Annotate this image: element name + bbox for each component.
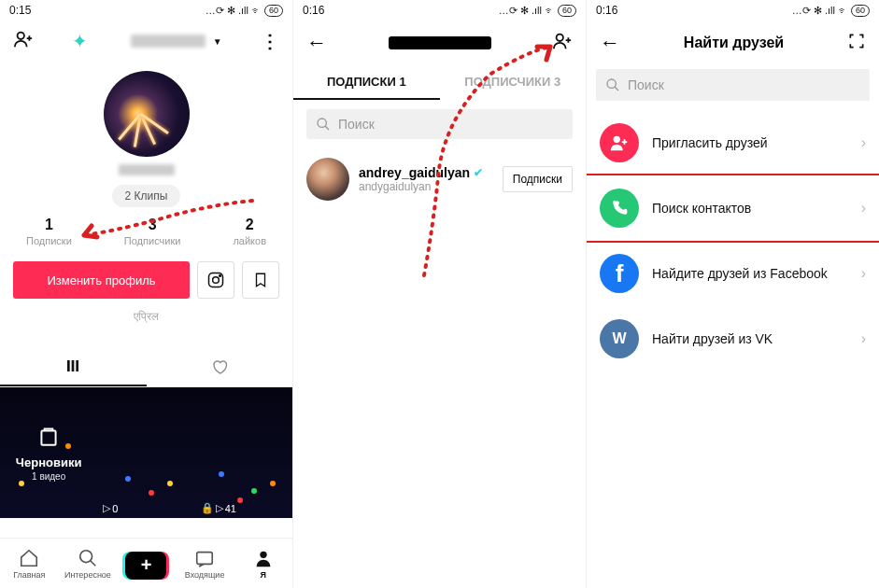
add-friend-icon[interactable] [13, 29, 34, 53]
stat-following[interactable]: 1 Подписки [26, 217, 72, 246]
nav-profile[interactable]: Я [234, 539, 292, 588]
back-icon[interactable]: ← [306, 31, 327, 55]
svg-point-3 [220, 275, 221, 277]
clips-badge[interactable]: 2 Клипы [112, 185, 181, 207]
video-cell-2[interactable]: 🔒▷41 [195, 387, 292, 518]
qr-scan-icon[interactable] [847, 32, 866, 54]
chevron-right-icon: › [861, 200, 866, 217]
user-avatar [306, 158, 349, 201]
tab-followers[interactable]: ПОДПИСЧИКИ 3 [440, 65, 587, 100]
search-icon [316, 117, 331, 132]
drafts-cell[interactable]: Черновики 1 видео [0, 387, 97, 518]
stat-likes[interactable]: 2 лайков [233, 217, 266, 246]
svg-point-10 [260, 551, 266, 557]
svg-rect-6 [77, 360, 79, 371]
verified-icon: ✔ [474, 166, 483, 179]
search-placeholder: Поиск [338, 117, 375, 132]
svg-point-12 [318, 119, 326, 127]
nav-inbox[interactable]: Входящие [176, 539, 234, 588]
bottom-nav: Главная Интересное + Входящие Я [0, 538, 292, 588]
svg-rect-9 [197, 552, 213, 564]
search-input[interactable]: Поиск [596, 69, 870, 101]
nav-home[interactable]: Главная [0, 539, 59, 588]
following-button[interactable]: Подписки [503, 166, 573, 192]
instagram-button[interactable] [197, 261, 234, 299]
topbar: ← Найти друзей [587, 21, 879, 65]
svg-point-0 [18, 33, 24, 39]
user-row[interactable]: andrey_gaidulyan ✔ andygaidulyan Подписк… [293, 148, 586, 210]
follow-tabs: ПОДПИСКИ 1 ПОДПИСЧИКИ 3 [293, 65, 586, 100]
svg-point-13 [607, 79, 616, 88]
svg-rect-5 [72, 360, 75, 371]
at-handle-masked [119, 164, 175, 175]
more-icon[interactable]: ⋮ [261, 30, 279, 52]
profile-avatar[interactable] [104, 71, 190, 157]
tab-liked[interactable] [147, 351, 293, 386]
back-icon[interactable]: ← [600, 31, 620, 55]
play-count: ▷0 [103, 502, 118, 514]
tab-following[interactable]: ПОДПИСКИ 1 [293, 65, 440, 100]
svg-rect-4 [67, 360, 70, 371]
effects-icon[interactable]: ✦ [72, 30, 88, 52]
status-bar: 0:16 …⟳ ✻ .ıll ᯤ 60 [587, 0, 879, 21]
page-title: Найти друзей [684, 35, 784, 51]
svg-rect-7 [42, 431, 56, 445]
user-name: andrey_gaidulyan ✔ [359, 165, 493, 180]
find-friends-screen: 0:16 …⟳ ✻ .ıll ᯤ 60 ← Найти друзей Поиск… [587, 0, 879, 588]
user-handle: andygaidulyan [359, 180, 493, 193]
username-masked [131, 35, 206, 48]
svg-point-2 [213, 277, 220, 284]
profile-screen: 0:15 …⟳ ✻ .ıll ᯤ 60 ✦ ▼ ⋮ 2 Клипы 1 Подп… [0, 0, 293, 588]
vk-icon: W [600, 319, 639, 358]
invite-icon [600, 123, 639, 162]
status-bar: 0:15 …⟳ ✻ .ıll ᯤ 60 [0, 0, 292, 21]
row-vk-friends[interactable]: W Найти друзей из VK › [587, 306, 879, 371]
video-grid: Черновики 1 видео ▷0 🔒▷41 [0, 387, 292, 518]
video-cell-1[interactable]: ▷0 [97, 387, 194, 518]
row-search-contacts[interactable]: Поиск контактов › [587, 174, 879, 243]
edit-profile-button[interactable]: Изменить профиль [13, 261, 190, 299]
chevron-down-icon: ▼ [213, 36, 222, 47]
row-invite-friends[interactable]: Пригласить друзей › [587, 110, 879, 175]
row-facebook-friends[interactable]: f Найдите друзей из Facebook › [587, 241, 879, 306]
svg-point-11 [557, 35, 563, 41]
bookmark-button[interactable] [242, 261, 279, 299]
following-screen: 0:16 …⟳ ✻ .ıll ᯤ 60 ← ПОДПИСКИ 1 ПОДПИСЧ… [293, 0, 587, 588]
play-count: 🔒▷41 [201, 502, 236, 514]
nav-discover[interactable]: Интересное [59, 539, 118, 588]
bio-text: एप्रिल [0, 310, 292, 323]
chevron-right-icon: › [861, 265, 866, 282]
tab-grid[interactable] [0, 351, 147, 386]
search-icon [605, 77, 620, 92]
chevron-right-icon: › [861, 134, 866, 151]
add-friend-icon[interactable] [552, 31, 573, 55]
profile-topbar: ✦ ▼ ⋮ [0, 21, 292, 62]
chevron-right-icon: › [861, 330, 866, 347]
facebook-icon: f [600, 254, 639, 293]
stat-followers[interactable]: 3 Подписчики [124, 217, 181, 246]
search-input[interactable]: Поиск [306, 109, 573, 139]
username-masked [389, 36, 491, 49]
feed-tabs [0, 351, 292, 387]
status-bar: 0:16 …⟳ ✻ .ıll ᯤ 60 [293, 0, 586, 21]
svg-point-8 [80, 550, 92, 562]
topbar: ← [293, 21, 586, 65]
stats-row: 1 Подписки 3 Подписчики 2 лайков [0, 217, 292, 246]
username-dropdown[interactable]: ▼ [127, 35, 222, 48]
phone-icon [600, 189, 639, 228]
nav-create[interactable]: + [117, 539, 176, 588]
svg-point-14 [614, 136, 620, 143]
search-placeholder: Поиск [628, 77, 664, 92]
